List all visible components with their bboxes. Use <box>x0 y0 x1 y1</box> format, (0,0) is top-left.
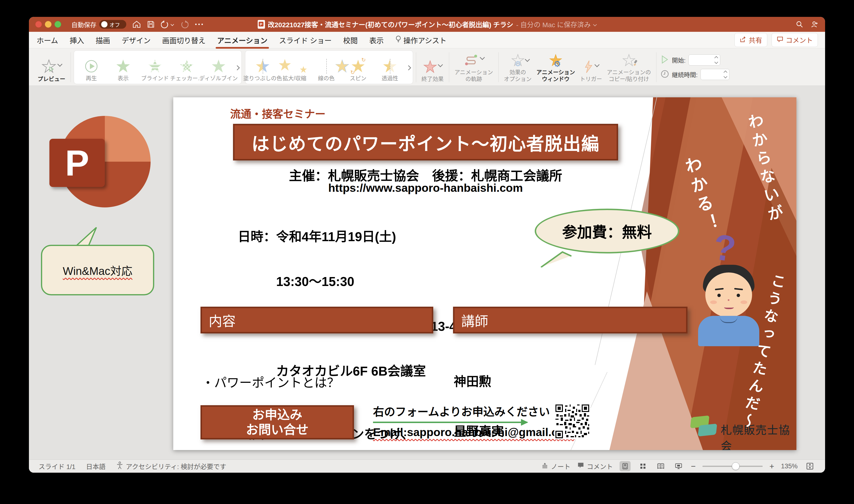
motion-path-button[interactable]: アニメーション の軌跡 <box>452 50 495 84</box>
slide-title-banner[interactable]: はじめてのパワーポイント〜初心者脱出編 <box>233 124 618 160</box>
language-button[interactable]: 日本語 <box>86 462 106 471</box>
ribbon: プレビュー 再生 表示 ブラインド チェッカー… <box>29 49 825 86</box>
title-bar: 自動保存 オフ <box>29 17 825 32</box>
comments-button[interactable]: コメント <box>771 33 818 47</box>
effect-blinds[interactable]: ブラインド <box>139 51 171 83</box>
slide-sorter-view-button[interactable] <box>637 461 648 471</box>
tab-design[interactable]: デザイン <box>121 33 151 47</box>
effect-grow-shrink[interactable]: 拡大/収縮 <box>279 51 310 83</box>
home-icon <box>132 20 141 28</box>
spinner-up-icon[interactable] <box>724 71 728 74</box>
boy-nose <box>728 299 729 301</box>
duration-input[interactable] <box>700 69 729 80</box>
lecturer-header-banner[interactable]: 講師 <box>453 307 688 334</box>
powerpoint-logo-image[interactable]: P <box>49 116 150 210</box>
fit-to-window-button[interactable] <box>804 461 816 471</box>
spinner-down-icon[interactable] <box>724 75 728 78</box>
zoom-out-button[interactable]: − <box>691 462 696 471</box>
title-menu-chevron-icon[interactable] <box>593 22 597 26</box>
green-arrow[interactable] <box>373 421 527 423</box>
share-button[interactable]: 共有 <box>734 33 767 47</box>
effect-fill-color[interactable]: 塗りつぶしの色 <box>247 51 279 83</box>
save-icon <box>147 20 155 28</box>
content-item: ・パワーポイントとは？ <box>202 374 413 392</box>
association-name[interactable]: 札幌販売士協会 <box>721 421 796 450</box>
tab-transitions[interactable]: 画面切り替え <box>162 33 206 47</box>
normal-view-button[interactable] <box>620 461 630 471</box>
start-label: 開始: <box>672 56 686 64</box>
zoom-slider[interactable] <box>702 466 763 467</box>
exit-menu-chevron-icon <box>438 62 443 67</box>
animation-pane-button[interactable]: ⚙ アニメーション ウィンドウ <box>534 50 577 84</box>
spinner-up-icon[interactable] <box>714 56 718 60</box>
fee-speech-bubble[interactable]: 参加費：無料 <box>535 209 679 253</box>
accessibility-button[interactable]: アクセシビリティ: 検討が必要です <box>116 462 226 471</box>
effect-play[interactable]: 再生 <box>75 51 107 83</box>
slideshow-view-button[interactable] <box>673 461 684 471</box>
redo-button[interactable] <box>180 20 189 29</box>
animation-painter-button[interactable]: アニメーションの コピー/貼り付け <box>604 50 653 84</box>
search-button[interactable] <box>796 20 803 28</box>
redo-icon <box>180 20 189 29</box>
slide-canvas[interactable]: 流通・接客セミナー はじめてのパワーポイント〜初心者脱出編 主催：札幌販売士協会… <box>173 97 796 450</box>
close-button[interactable] <box>35 21 42 28</box>
tab-review[interactable]: 校閲 <box>343 33 358 47</box>
effect-transparency[interactable]: 透過性 <box>374 51 406 83</box>
qr-code-image[interactable] <box>554 403 590 439</box>
thinking-boy-illustration[interactable]: ? <box>696 229 764 347</box>
trigger-button[interactable]: トリガー <box>577 50 604 84</box>
comments-toggle-button[interactable]: コメント <box>577 462 613 471</box>
undo-button[interactable] <box>161 20 174 29</box>
preview-button[interactable]: プレビュー <box>35 50 68 84</box>
presence-button[interactable] <box>811 20 819 28</box>
reading-view-button[interactable] <box>655 461 666 471</box>
apply-banner[interactable]: お申込み お問い合せ <box>200 405 354 439</box>
effect-checkerboard[interactable]: チェッカー… <box>171 51 203 83</box>
tab-tell-me[interactable]: 操作アシスト <box>395 33 447 47</box>
tab-insert[interactable]: 挿入 <box>69 33 85 47</box>
tab-animations[interactable]: アニメーション <box>217 33 268 47</box>
slide-kicker-text[interactable]: 流通・接客セミナー <box>230 106 325 121</box>
entrance-effects-gallery: 再生 表示 ブラインド チェッカー… ディゾルブイン <box>74 50 242 84</box>
effect-dissolve-in[interactable]: ディゾルブイン <box>203 51 234 83</box>
search-icon <box>796 20 803 28</box>
accessibility-icon <box>116 462 123 471</box>
more-commands-button[interactable] <box>195 23 203 25</box>
comment-icon <box>777 36 783 44</box>
autosave-label: 自動保存 <box>71 20 96 29</box>
effect-appear[interactable]: 表示 <box>107 51 139 83</box>
minimize-button[interactable] <box>45 21 52 28</box>
autosave-toggle[interactable]: オフ <box>99 20 126 29</box>
gallery-expand-chevron-icon[interactable] <box>234 63 240 71</box>
association-logo[interactable] <box>691 415 717 438</box>
email-text[interactable]: Email:sapporo.hanbaishi@gmail.com <box>373 426 575 439</box>
tab-home[interactable]: ホーム <box>36 33 58 47</box>
tab-slideshow[interactable]: スライド ショー <box>279 33 332 47</box>
document-save-status: - 自分の Mac に保存済み <box>516 19 591 29</box>
fullscreen-button[interactable] <box>54 21 61 28</box>
zoom-slider-thumb[interactable] <box>732 462 740 470</box>
zoom-in-button[interactable]: + <box>769 462 774 471</box>
tab-view[interactable]: 表示 <box>369 33 384 47</box>
tab-draw[interactable]: 描画 <box>95 33 111 47</box>
question-mark: ? <box>711 226 739 270</box>
spinner-down-icon[interactable] <box>714 60 718 64</box>
home-button[interactable] <box>132 20 141 28</box>
effect-line-color[interactable]: 線の色 <box>310 51 342 83</box>
effect-options-button[interactable]: ⚙ 効果の オプション <box>501 50 534 84</box>
website-url-text[interactable]: https://www.sapporo-hanbaishi.com <box>233 181 618 194</box>
save-button[interactable] <box>147 20 155 28</box>
effect-spin[interactable]: ↻ ↻ スピン <box>342 51 374 83</box>
winmac-speech-bubble[interactable]: Win&Mac対応 <box>41 245 154 295</box>
gallery-expand-chevron-icon[interactable] <box>406 63 411 71</box>
exit-effects-button[interactable]: 終了効果 <box>419 50 446 84</box>
form-note-text[interactable]: 右のフォームよりお申込みください <box>373 403 550 419</box>
blinds-star-icon <box>148 59 162 74</box>
content-header-banner[interactable]: 内容 <box>200 307 433 334</box>
share-icon <box>740 36 746 44</box>
notes-icon <box>541 462 549 471</box>
slide-title-text: はじめてのパワーポイント〜初心者脱出編 <box>252 129 600 155</box>
start-select[interactable] <box>689 54 720 66</box>
zoom-level[interactable]: 135% <box>781 463 798 470</box>
notes-button[interactable]: ノート <box>541 462 570 471</box>
